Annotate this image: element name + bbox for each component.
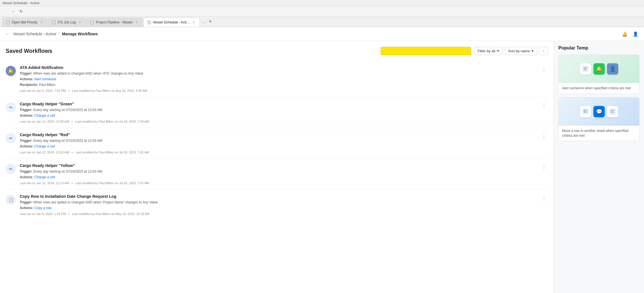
more-tabs-button[interactable]: ···	[200, 18, 207, 27]
workflow-menu-button[interactable]: ⋮	[540, 194, 548, 202]
sort-dropdown-button[interactable]: Sort by name ▼	[505, 47, 537, 55]
workflow-body: Copy Row to Installation Date Change Req…	[20, 194, 536, 216]
workflow-timestamp: Last ran on Jan 12, 2024, 12:06 AM • Las…	[20, 120, 536, 123]
tab-project-pipeline[interactable]: 📋 Project Pipeline - Master ×	[86, 18, 143, 27]
user-settings-button[interactable]: 👤	[632, 30, 639, 38]
workflow-icon-edit: ✏	[6, 133, 16, 143]
panel-title: Popular Temp	[558, 45, 639, 51]
workflow-timestamp: Last ran on Jan 12, 2024, 12:14 AM • Las…	[20, 181, 536, 185]
sort-label: Sort by name	[508, 49, 530, 53]
actions-label: Actions:	[20, 175, 34, 179]
workflow-menu-button[interactable]: ⋮	[540, 65, 548, 73]
tab-open-bid-label: Open Bid Priority	[12, 20, 38, 24]
svg-rect-11	[611, 112, 614, 113]
workflow-name: Cargo Ready Helper "Red"	[20, 133, 536, 137]
template-icon-group: 🔔 👤	[580, 63, 618, 75]
nav-back-button[interactable]: ←	[2, 8, 8, 14]
actions-label: Actions:	[20, 77, 34, 81]
notification-icon: 🔔	[622, 31, 628, 37]
trigger-label: Trigger:	[20, 170, 33, 173]
workflow-menu-button[interactable]: ⋮	[540, 102, 548, 110]
app-nav-icons: 🔔 👤	[621, 30, 639, 38]
main-content: Saved Workflows Filter by all ▼ Sort by …	[0, 41, 644, 293]
sort-chevron-icon: ▼	[531, 49, 534, 53]
workflow-menu-button[interactable]: ⋮	[540, 133, 548, 140]
timestamp-dot: •	[71, 181, 73, 185]
tab-its-job-log[interactable]: 📋 ITS Job Log ×	[48, 18, 86, 27]
table-row: ✏ Cargo Ready Helper "Green" Trigger: Ev…	[6, 97, 548, 128]
workflow-body: Cargo Ready Helper "Yellow" Trigger: Eve…	[20, 163, 536, 185]
workflow-trigger: Trigger: When rows are added or changed …	[20, 200, 536, 205]
svg-rect-10	[611, 111, 613, 112]
actions-label: Actions:	[20, 206, 34, 210]
workflow-recipients: Recipients: Paul Bilbro	[20, 82, 536, 87]
actions-label: Actions:	[20, 144, 34, 148]
copy-icon: 📋	[8, 197, 13, 202]
workflow-trigger: Trigger: Every day starting on 07/24/202…	[20, 107, 536, 112]
timestamp-dot: •	[71, 120, 73, 123]
template-card-move-row[interactable]: 💬 Move a row to another sheet when speci…	[558, 97, 639, 141]
svg-rect-2	[584, 68, 586, 69]
trigger-label: Trigger:	[20, 139, 33, 143]
nav-forward-button[interactable]: →	[10, 8, 16, 14]
workflow-body: ATA Added Notification Trigger: When row…	[20, 65, 536, 92]
table-row: ✏ Cargo Ready Helper "Yellow" Trigger: E…	[6, 159, 548, 190]
user-icon: 👤	[633, 31, 638, 37]
bell-icon: 🔔	[8, 68, 14, 74]
breadcrumb-current: Manage Workflows	[62, 32, 98, 36]
search-input[interactable]	[381, 47, 471, 55]
tab-open-bid-close[interactable]: ×	[39, 20, 44, 25]
tab-open-bid[interactable]: 📋 Open Bid Priority ×	[2, 18, 47, 27]
timestamp-dot: •	[68, 89, 70, 92]
tab-vessel-schedule-label: Vessel Schedule - Active	[153, 20, 190, 24]
svg-rect-1	[584, 67, 587, 68]
workflow-actions: Actions: Change a cell	[20, 144, 536, 149]
workflow-actions: Actions: Alert someone	[20, 77, 536, 82]
svg-rect-3	[584, 70, 587, 70]
breadcrumb-back-button[interactable]: ←	[5, 31, 11, 37]
new-tab-button[interactable]: +	[207, 16, 214, 27]
tab-vessel-schedule[interactable]: 📋 Vessel Schedule - Active ×	[143, 18, 200, 27]
table-row: 📋 Copy Row to Installation Date Change R…	[6, 190, 548, 220]
template-chat-icon: 💬	[593, 106, 605, 117]
workflow-trigger: Trigger: When rows are added or changed …	[20, 71, 536, 76]
sort-order-button[interactable]: ↑	[539, 47, 548, 55]
workflow-name: Copy Row to Installation Date Change Req…	[20, 194, 536, 199]
workflow-timestamp: Last ran on Jan 12, 2024, 12:02 AM • Las…	[20, 151, 536, 154]
filter-dropdown-button[interactable]: Filter by all ▼	[474, 47, 503, 55]
workflow-menu-button[interactable]: ⋮	[540, 163, 548, 171]
edit-icon: ✏	[9, 136, 13, 141]
breadcrumb-parent-link[interactable]: Vessel Schedule - Active	[13, 32, 56, 36]
workflow-actions: Actions: Change a cell	[20, 113, 536, 118]
filter-label: Filter by all	[478, 49, 495, 53]
tab-open-bid-icon: 📋	[6, 20, 10, 24]
browser-title: Vessel Schedule - Active	[2, 1, 39, 5]
section-header: Saved Workflows Filter by all ▼ Sort by …	[6, 47, 548, 55]
tab-its-job-log-close[interactable]: ×	[77, 20, 82, 25]
workflow-actions: Actions: Copy a row	[20, 205, 536, 210]
tab-vessel-schedule-icon: 📋	[147, 20, 151, 24]
nav-refresh-button[interactable]: ↻	[18, 8, 24, 14]
template-user-icon: 👤	[607, 63, 618, 75]
notification-button[interactable]: 🔔	[621, 30, 629, 38]
tab-project-pipeline-close[interactable]: ×	[135, 20, 139, 25]
template-move-row-description: Move a row to another sheet when specifi…	[559, 126, 639, 141]
template-card-alert[interactable]: 🔔 👤 Alert someone when specified criteri…	[558, 55, 639, 94]
workflow-icon-bell: 🔔	[6, 66, 16, 76]
tab-vessel-schedule-close[interactable]: ×	[192, 20, 196, 25]
workflow-actions: Actions: Change a cell	[20, 175, 536, 180]
filter-chevron-icon: ▼	[496, 49, 500, 53]
workflows-section: Saved Workflows Filter by all ▼ Sort by …	[0, 41, 554, 293]
workflow-body: Cargo Ready Helper "Green" Trigger: Ever…	[20, 102, 536, 123]
trigger-label: Trigger:	[20, 108, 33, 112]
tabs-bar: 📋 Open Bid Priority × 📋 ITS Job Log × 📋 …	[0, 16, 644, 27]
timestamp-dot: •	[68, 212, 70, 216]
workflow-trigger: Trigger: Every day starting on 07/24/202…	[20, 138, 536, 143]
edit-icon: ✏	[9, 166, 13, 172]
template-sheet-icon-2	[580, 106, 591, 117]
page-title: Saved Workflows	[6, 48, 52, 54]
recipients-label: Recipients:	[20, 83, 39, 87]
tab-project-pipeline-label: Project Pipeline - Master	[96, 20, 133, 24]
tab-its-job-log-icon: 📋	[52, 20, 56, 24]
workflow-timestamp: Last ran on Jan 4, 2024, 7:52 PM • Last …	[20, 89, 536, 92]
